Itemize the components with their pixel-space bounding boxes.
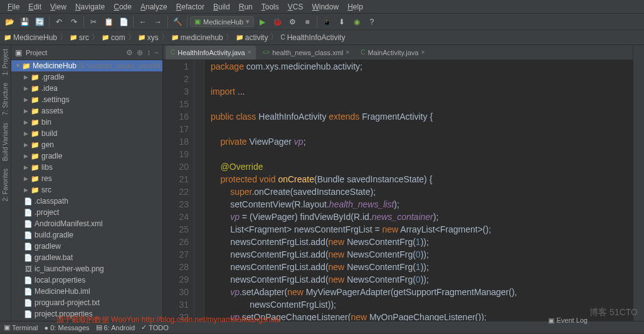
run-config-dropdown[interactable]: ▣ MedicineHub ▾: [190, 16, 254, 27]
editor-tabs: CHealthInfoActivity.java×<>health_news_c…: [163, 45, 633, 60]
breadcrumb-item[interactable]: 📁 MedicineHub: [4, 33, 57, 42]
menu-build[interactable]: Build: [209, 1, 234, 13]
marker-gutter: [194, 60, 204, 321]
attach-icon[interactable]: ⚙: [285, 15, 299, 29]
tree-node[interactable]: 📄build.gradle: [11, 229, 162, 241]
breadcrumb-item[interactable]: C HealthInfoActivity: [280, 33, 345, 42]
menu-view[interactable]: View: [46, 1, 70, 13]
cut-icon[interactable]: ✂: [87, 15, 100, 29]
menu-tools[interactable]: Tools: [258, 1, 283, 13]
menu-run[interactable]: Run: [235, 1, 256, 13]
right-tool-rail: [633, 45, 644, 321]
tree-node[interactable]: ▶📁libs: [11, 162, 162, 173]
bottom-tab[interactable]: ▣ Terminal: [4, 323, 38, 331]
close-tab-icon[interactable]: ×: [421, 49, 425, 56]
close-tab-icon[interactable]: ×: [346, 49, 349, 56]
breadcrumb-item[interactable]: 📁 com: [102, 33, 125, 42]
menu-vcs[interactable]: VCS: [284, 1, 307, 13]
menu-file[interactable]: File: [4, 1, 23, 13]
open-icon[interactable]: 📂: [3, 15, 16, 29]
breadcrumb-item[interactable]: 📁 medicinehub: [171, 33, 223, 42]
editor-tab[interactable]: CHealthInfoActivity.java×: [166, 46, 256, 60]
tree-node[interactable]: 📄local.properties: [11, 274, 162, 286]
hide-icon[interactable]: −: [154, 48, 159, 57]
tree-node[interactable]: ▶📁gradle: [11, 150, 162, 162]
paste-icon[interactable]: 📄: [117, 15, 130, 29]
undo-icon[interactable]: ↶: [52, 15, 66, 29]
tree-node[interactable]: 📄proguard-project.txt: [11, 297, 162, 308]
tool-window-tab[interactable]: 7: Structure: [1, 79, 10, 119]
project-view-label[interactable]: Project: [26, 49, 122, 56]
collapse-icon[interactable]: ↕: [147, 48, 150, 57]
tree-node[interactable]: ▶📁bin: [11, 117, 162, 128]
project-tree[interactable]: ▼📁MedicineHub (E:\android_studio_work\M▶…: [11, 60, 162, 321]
scroll-from-source-icon[interactable]: ⊕: [137, 48, 143, 57]
tree-node[interactable]: ▶📁.settings: [11, 94, 162, 105]
menu-bar: FileEditViewNavigateCodeAnalyzeRefactorB…: [0, 0, 644, 14]
tree-node[interactable]: ▶📁gen: [11, 139, 162, 150]
tree-node[interactable]: ▶📁res: [11, 173, 162, 184]
sdk-icon[interactable]: ⬇: [335, 15, 349, 29]
tree-node[interactable]: 📄MedicineHub.iml: [11, 286, 162, 297]
avd-icon[interactable]: 📱: [320, 15, 334, 29]
tool-window-tab[interactable]: 2: Favorites: [1, 165, 10, 205]
menu-help[interactable]: Help: [344, 1, 367, 13]
tree-node[interactable]: 📄AndroidManifest.xml: [11, 218, 162, 229]
sync-icon[interactable]: 🔄: [33, 15, 46, 29]
tree-node[interactable]: 📄.classpath: [11, 196, 162, 207]
tool-window-tab[interactable]: 1: Project: [1, 45, 10, 79]
redo-icon[interactable]: ↷: [67, 15, 81, 29]
watermark: 博客 51CTO: [589, 307, 638, 318]
tree-node[interactable]: 🖼ic_launcher-web.png: [11, 263, 162, 274]
main-toolbar: 📂 💾 🔄 ↶ ↷ ✂ 📋 📄 ← → 🔨 ▣ MedicineHub ▾ ▶ …: [0, 14, 644, 30]
tree-node[interactable]: ▶📁src: [11, 184, 162, 196]
code-content[interactable]: package com.xys.medicinehub.activity; im…: [204, 60, 633, 321]
project-header: ▣ Project ⚙ ⊕ ↕ −: [11, 45, 162, 60]
breadcrumb-item[interactable]: 📁 xys: [138, 33, 159, 42]
menu-window[interactable]: Window: [308, 1, 342, 13]
tree-node[interactable]: 📄.project: [11, 207, 162, 218]
android-icon[interactable]: ◉: [350, 15, 364, 29]
run-config-label: MedicineHub: [203, 18, 243, 26]
tree-node[interactable]: ▶📁.gradle: [11, 71, 162, 83]
breadcrumb-item[interactable]: 📁 activity: [236, 33, 268, 42]
event-log-button[interactable]: ▣ Event Log: [548, 316, 588, 325]
project-view-icon[interactable]: ▣: [15, 48, 22, 57]
tree-node[interactable]: ▶📁build: [11, 128, 162, 139]
project-settings-icon[interactable]: ⚙: [126, 48, 133, 57]
forward-icon[interactable]: →: [151, 15, 165, 29]
stop-icon[interactable]: ■: [300, 15, 314, 29]
tree-node[interactable]: 📄gradlew: [11, 241, 162, 252]
help-icon[interactable]: ?: [365, 15, 379, 29]
menu-code[interactable]: Code: [110, 1, 135, 13]
nav-breadcrumb: 📁 MedicineHub〉📁 src〉📁 com〉📁 xys〉📁 medici…: [0, 30, 644, 45]
editor-area: CHealthInfoActivity.java×<>health_news_c…: [163, 45, 633, 321]
copy-icon[interactable]: 📋: [102, 15, 115, 29]
overlay-text: 源于截取的数据 WooYun http://blog.csdn.net/myna…: [56, 315, 280, 325]
editor-tab[interactable]: CMainActivity.java×: [356, 46, 430, 60]
run-icon[interactable]: ▶: [255, 15, 269, 29]
tree-node[interactable]: ▼📁MedicineHub (E:\android_studio_work\M: [11, 60, 162, 71]
build-icon[interactable]: 🔨: [171, 15, 184, 29]
project-tool-window: ▣ Project ⚙ ⊕ ↕ − ▼📁MedicineHub (E:\andr…: [11, 45, 163, 321]
menu-navigate[interactable]: Navigate: [71, 1, 108, 13]
close-tab-icon[interactable]: ×: [248, 49, 251, 56]
breadcrumb-item[interactable]: 📁 src: [70, 33, 89, 42]
code-editor[interactable]: 123151617181920212223242526272829303132 …: [163, 60, 633, 321]
menu-edit[interactable]: Edit: [24, 1, 45, 13]
tree-node[interactable]: ▶📁.idea: [11, 83, 162, 94]
menu-analyze[interactable]: Analyze: [137, 1, 171, 13]
tree-node[interactable]: ▶📁assets: [11, 105, 162, 117]
line-gutter: 123151617181920212223242526272829303132: [163, 60, 194, 321]
save-icon[interactable]: 💾: [18, 15, 31, 29]
tree-node[interactable]: 📄gradlew.bat: [11, 252, 162, 263]
debug-icon[interactable]: 🐞: [270, 15, 284, 29]
back-icon[interactable]: ←: [136, 15, 150, 29]
menu-refactor[interactable]: Refactor: [172, 1, 208, 13]
editor-tab[interactable]: <>health_news_class.xml×: [257, 46, 354, 60]
left-tool-rail: 1: Project7: StructureBuild Variants2: F…: [0, 45, 11, 321]
tool-window-tab[interactable]: Build Variants: [1, 119, 10, 165]
